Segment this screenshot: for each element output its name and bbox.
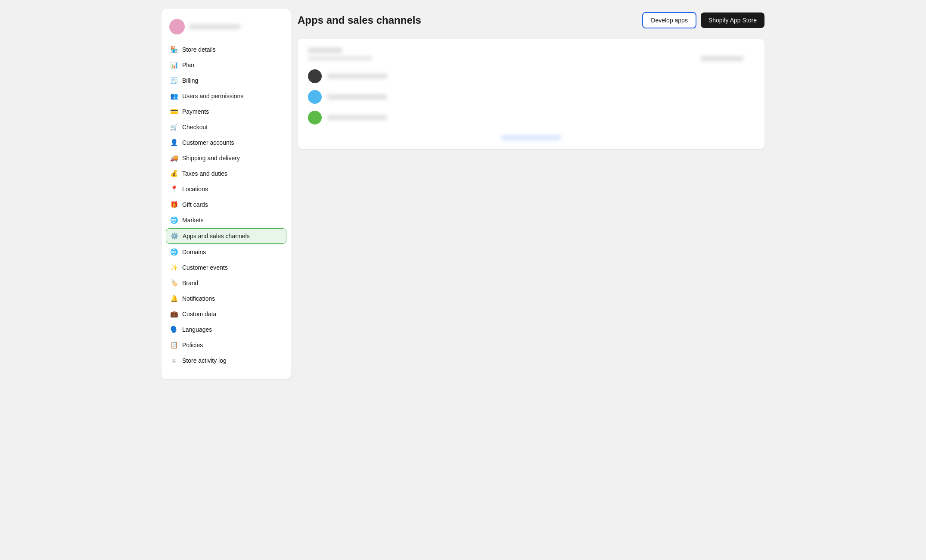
- sidebar-item-apps-and-sales-channels[interactable]: ⚙️Apps and sales channels: [166, 228, 286, 244]
- taxes-and-duties-icon: 💰: [170, 170, 178, 177]
- checkout-icon: 🛒: [170, 123, 178, 131]
- sidebar-nav: 🏪Store details📊Plan🧾Billing👥Users and pe…: [162, 42, 291, 368]
- footer-link-blur: [501, 135, 561, 140]
- sidebar-item-gift-cards[interactable]: 🎁Gift cards: [166, 197, 286, 212]
- app-list: [308, 69, 754, 124]
- develop-apps-button[interactable]: Develop apps: [642, 12, 696, 28]
- page-header: Apps and sales channels Develop apps Sho…: [298, 9, 764, 32]
- sidebar-item-brand[interactable]: 🏷️Brand: [166, 276, 286, 290]
- app-name-green: [327, 115, 387, 120]
- shopify-app-store-button[interactable]: Shopify App Store: [701, 12, 764, 28]
- store-details-icon: 🏪: [170, 46, 178, 53]
- app-icon-dark: [308, 69, 322, 83]
- sidebar-label-gift-cards: Gift cards: [182, 201, 208, 208]
- sidebar-item-payments[interactable]: 💳Payments: [166, 104, 286, 119]
- app-icon-green: [308, 111, 322, 124]
- sidebar-item-store-activity-log[interactable]: ≡Store activity log: [166, 353, 286, 368]
- sidebar: 🏪Store details📊Plan🧾Billing👥Users and pe…: [162, 9, 291, 379]
- users-and-permissions-icon: 👥: [170, 92, 178, 100]
- markets-icon: 🌐: [170, 216, 178, 224]
- notifications-icon: 🔔: [170, 295, 178, 302]
- sidebar-item-markets[interactable]: 🌐Markets: [166, 213, 286, 227]
- payments-icon: 💳: [170, 108, 178, 115]
- shipping-and-delivery-icon: 🚚: [170, 154, 178, 162]
- app-icon-blue: [308, 90, 322, 104]
- gift-cards-icon: 🎁: [170, 201, 178, 208]
- sidebar-item-plan[interactable]: 📊Plan: [166, 58, 286, 72]
- custom-data-icon: 💼: [170, 310, 178, 318]
- sidebar-item-checkout[interactable]: 🛒Checkout: [166, 120, 286, 134]
- sidebar-label-customer-events: Customer events: [182, 264, 228, 271]
- card-inner-header: [308, 47, 754, 61]
- page-title: Apps and sales channels: [298, 14, 421, 26]
- sidebar-label-store-activity-log: Store activity log: [182, 357, 227, 364]
- sidebar-item-billing[interactable]: 🧾Billing: [166, 73, 286, 88]
- sidebar-label-policies: Policies: [182, 342, 203, 348]
- store-activity-log-icon: ≡: [170, 357, 178, 364]
- app-item-dark: [308, 69, 754, 83]
- sidebar-profile: [162, 16, 291, 42]
- sidebar-label-store-details: Store details: [182, 46, 216, 53]
- gray-area: [298, 156, 764, 379]
- sidebar-label-customer-accounts: Customer accounts: [182, 139, 234, 146]
- sidebar-label-payments: Payments: [182, 108, 209, 115]
- sidebar-label-plan: Plan: [182, 62, 194, 68]
- sidebar-item-store-details[interactable]: 🏪Store details: [166, 42, 286, 57]
- sidebar-label-notifications: Notifications: [182, 295, 215, 302]
- app-item-green: [308, 111, 754, 124]
- billing-icon: 🧾: [170, 77, 178, 84]
- sidebar-label-locations: Locations: [182, 186, 208, 193]
- plan-icon: 📊: [170, 61, 178, 69]
- sidebar-item-notifications[interactable]: 🔔Notifications: [166, 291, 286, 306]
- sidebar-item-domains[interactable]: 🌐Domains: [166, 245, 286, 259]
- brand-icon: 🏷️: [170, 279, 178, 287]
- page-wrapper: 🏪Store details📊Plan🧾Billing👥Users and pe…: [162, 9, 764, 379]
- sidebar-label-markets: Markets: [182, 217, 204, 224]
- card-top-right-blur: [701, 56, 744, 61]
- sidebar-label-taxes-and-duties: Taxes and duties: [182, 170, 227, 177]
- customer-events-icon: ✨: [170, 264, 178, 271]
- policies-icon: 📋: [170, 341, 178, 349]
- sidebar-label-users-and-permissions: Users and permissions: [182, 93, 243, 100]
- sidebar-label-shipping-and-delivery: Shipping and delivery: [182, 155, 240, 162]
- sidebar-label-languages: Languages: [182, 326, 212, 333]
- sidebar-item-customer-events[interactable]: ✨Customer events: [166, 260, 286, 275]
- store-name-blur: [189, 24, 241, 29]
- sidebar-item-locations[interactable]: 📍Locations: [166, 182, 286, 196]
- sidebar-item-languages[interactable]: 🗣️Languages: [166, 322, 286, 337]
- card-footer: [308, 135, 754, 140]
- sidebar-label-apps-and-sales-channels: Apps and sales channels: [183, 233, 250, 240]
- apps-and-sales-channels-icon: ⚙️: [171, 232, 178, 240]
- main-content: Apps and sales channels Develop apps Sho…: [298, 9, 764, 379]
- domains-icon: 🌐: [170, 248, 178, 256]
- locations-icon: 📍: [170, 185, 178, 193]
- avatar: [169, 19, 185, 34]
- card-title-blur: [308, 47, 342, 53]
- languages-icon: 🗣️: [170, 326, 178, 333]
- app-name-blue: [327, 94, 387, 100]
- sidebar-item-shipping-and-delivery[interactable]: 🚚Shipping and delivery: [166, 151, 286, 165]
- app-item-blue: [308, 90, 754, 104]
- sidebar-label-brand: Brand: [182, 280, 198, 286]
- sidebar-label-domains: Domains: [182, 249, 206, 255]
- sidebar-label-billing: Billing: [182, 77, 198, 84]
- card-subtitle-blur: [308, 56, 373, 61]
- header-actions: Develop apps Shopify App Store: [642, 12, 764, 28]
- sidebar-label-checkout: Checkout: [182, 124, 208, 131]
- sidebar-item-policies[interactable]: 📋Policies: [166, 338, 286, 352]
- sidebar-label-custom-data: Custom data: [182, 311, 216, 317]
- customer-accounts-icon: 👤: [170, 139, 178, 146]
- sidebar-item-customer-accounts[interactable]: 👤Customer accounts: [166, 135, 286, 150]
- sidebar-item-taxes-and-duties[interactable]: 💰Taxes and duties: [166, 166, 286, 181]
- sidebar-item-users-and-permissions[interactable]: 👥Users and permissions: [166, 89, 286, 103]
- apps-card: [298, 39, 764, 149]
- sidebar-item-custom-data[interactable]: 💼Custom data: [166, 307, 286, 321]
- app-name-dark: [327, 74, 387, 79]
